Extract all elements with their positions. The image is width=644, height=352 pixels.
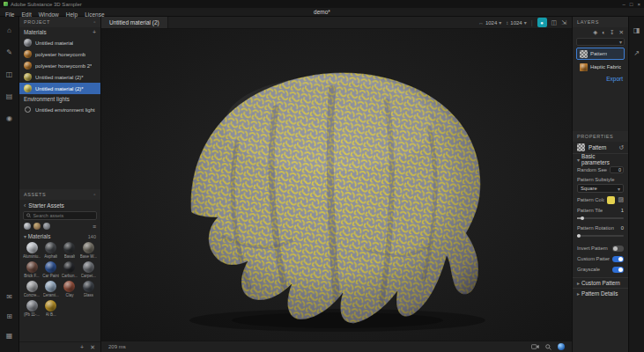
pattern-color-map-icon[interactable]: ▨ [618,196,624,203]
chevron-down-icon: ▾ [499,19,501,26]
pattern-tile-value[interactable]: 1 [621,208,624,213]
viewport-toolbar: Untitled material (2) ↔ 1024 ▾ ↕ 1024 ▾ … [101,17,572,29]
edit-tool-icon[interactable]: ✎ [3,46,17,58]
asset-item[interactable]: Glass [80,281,97,297]
asset-item[interactable]: Carpet... [80,261,97,278]
menu-license[interactable]: License [85,11,104,18]
slider-track [577,235,624,237]
fullscreen-icon[interactable]: ⇲ [561,19,566,26]
assets-collection-label: Starter Assets [28,202,63,209]
assets-footer: + ✕ [19,341,100,352]
pattern-details-section[interactable]: ▸ Pattern Details [573,288,628,298]
effect-icon[interactable]: ◈ [593,29,597,36]
asset-item[interactable]: Clay [61,281,78,297]
custom-pattern-toggle[interactable] [612,256,624,262]
layer-item[interactable]: Pattern [576,48,625,60]
blend-mode-select[interactable]: ▾ [576,38,625,46]
library-icon[interactable]: ▤ [3,90,17,102]
asset-item[interactable]: (Pb 11-... [23,300,41,317]
asset-item[interactable]: Brick F... [23,261,41,278]
material-name: polyester honeycomb [35,52,85,57]
asset-item[interactable]: Base W... [80,242,97,259]
environment-preview-icon[interactable] [558,343,565,350]
menu-edit[interactable]: Edit [21,11,31,18]
material-item[interactable]: polyester honeycomb [19,48,100,60]
invert-pattern-toggle[interactable] [612,246,624,252]
basic-parameters-header[interactable]: ▾ Basic parameters [573,154,628,165]
menu-window[interactable]: Window [39,11,59,18]
pattern-rotation-value[interactable]: 0 [621,225,624,231]
delete-layer-icon[interactable]: ✕ [619,29,624,36]
pattern-tile-slider[interactable] [573,216,628,223]
asset-item[interactable]: Basalt [61,242,78,259]
export-link[interactable]: Export [573,73,628,84]
trash-icon[interactable]: ✕ [90,344,95,351]
grayscale-label: Grayscale [577,267,600,272]
custom-pattern-section[interactable]: ▸ Custom Pattern [573,277,628,288]
mask-icon[interactable]: ◐ [602,29,605,35]
asset-thumbnail [63,242,75,253]
resolution-width-select[interactable]: ↔ 1024 ▾ [478,19,501,26]
pattern-rotation-slider[interactable] [573,233,628,240]
reset-icon[interactable]: ↺ [618,144,624,151]
feedback-icon[interactable]: ✉ [3,290,17,303]
camera-icon[interactable] [531,344,539,349]
pattern-substyle-select[interactable]: Square ▾ [577,184,624,193]
cloth-3d-render [101,29,572,341]
grayscale-toggle[interactable] [612,267,624,273]
assets-back-row[interactable]: ‹ Starter Assets [19,200,100,210]
material-item[interactable]: polyester honeycomb 2* [19,60,100,71]
split-view-icon[interactable]: ◫ [551,19,558,26]
material-item[interactable]: Untitled material [19,37,100,48]
layer-item[interactable]: Haptic Fabric [576,61,625,73]
asset-item[interactable]: Carbon... [61,261,78,278]
viewport-canvas[interactable] [101,29,572,341]
asset-item[interactable]: Concre... [23,281,41,297]
environment-section-row[interactable]: Environment lights [19,94,100,104]
minimize-button[interactable]: – [623,2,625,7]
environment-light-item[interactable]: Untitled environment light [19,104,100,115]
search-input[interactable] [33,213,93,218]
share-icon[interactable]: ↗ [630,47,644,59]
pin-icon[interactable]: ▫ [93,19,96,25]
filter-textures-icon[interactable] [33,223,41,230]
material-item[interactable]: Untitled material (2)* [19,83,100,94]
random-seed-input[interactable]: 0 [610,166,624,173]
add-asset-icon[interactable]: + [80,344,84,350]
resolution-height-select[interactable]: ↕ 1024 ▾ [506,19,526,26]
filter-environments-icon[interactable] [43,223,50,230]
asset-item[interactable]: Al B... [42,300,59,317]
add-material-icon[interactable]: + [93,29,96,35]
materials-section-row[interactable]: Materials + [19,27,100,37]
close-button[interactable]: × [637,2,640,7]
asset-item[interactable]: Aluminiu... [23,242,41,259]
asset-item[interactable]: Car Paint [42,261,59,278]
view-mode-button[interactable]: ● [537,18,547,27]
pattern-color-swatch[interactable] [607,196,615,204]
menu-help[interactable]: Help [66,11,78,18]
right-toolbar: ◨↗ [628,17,644,352]
category-expand: ▾ Materials [24,233,50,239]
layer-list: PatternHaptic Fabric [573,47,628,73]
maximize-button[interactable]: □ [630,2,633,7]
filter-materials-icon[interactable] [24,223,31,230]
gallery-icon[interactable]: ▦ [3,329,17,341]
asset-item[interactable]: Asphalt [42,242,59,259]
asset-item[interactable]: Cerami... [42,281,59,297]
inspector-icon[interactable]: ◨ [630,24,644,36]
apps-icon[interactable]: ⊞ [3,310,17,322]
document-title: demo* [314,9,330,15]
chevron-down-icon: ▾ [619,39,622,45]
menu-file[interactable]: File [5,11,14,18]
zoom-icon[interactable] [545,344,551,350]
import-layer-icon[interactable]: ↧ [610,29,614,36]
layout-panels-icon[interactable]: ◫ [3,68,17,80]
home-icon[interactable]: ⌂ [3,24,17,36]
pin-icon[interactable]: ▫ [93,192,96,197]
list-view-icon[interactable]: ≡ [93,224,96,230]
layers-title: LAYERS [577,19,599,25]
material-item[interactable]: Untitled material (2)* [19,71,100,83]
assets-category-row[interactable]: ▾ Materials 140 [19,231,100,241]
account-icon[interactable]: ◉ [3,112,17,124]
asset-thumbnail [63,281,75,292]
